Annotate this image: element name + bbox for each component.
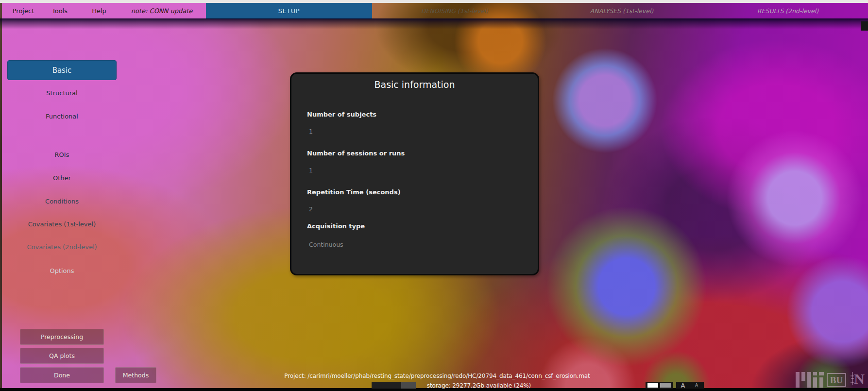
basic-information-panel: Basic information Number of subjects 1 N… [290, 72, 539, 275]
scrollbar-thumb[interactable] [861, 21, 868, 31]
font-decrease-button[interactable]: A [690, 383, 703, 388]
field-value-acquisition-type[interactable]: Continuous [309, 241, 343, 248]
northeastern-logo-letter: N [854, 371, 865, 387]
sidebar-item-other[interactable]: Other [7, 172, 117, 184]
menubar-shadow [0, 18, 868, 29]
menu-project[interactable]: Project [10, 3, 37, 19]
white-color-swatch[interactable] [647, 383, 658, 388]
background-color-picker[interactable] [646, 382, 673, 389]
tab-analyses[interactable]: ANALYSES (1st-level) [590, 3, 654, 19]
update-note[interactable]: note: CONN update [130, 3, 193, 19]
field-label-acquisition-type: Acquisition type [307, 222, 365, 230]
storage-usage-bar [372, 382, 416, 389]
sidebar-item-covariates-1st[interactable]: Covariates (1st-level) [7, 219, 117, 230]
sidebar-item-covariates-2nd[interactable]: Covariates (2nd-level) [7, 241, 117, 253]
field-label-repetition-time: Repetition Time (seconds) [307, 188, 401, 196]
bu-logo: BU [827, 373, 846, 387]
tab-denoising[interactable]: DENOISING (1st-level) [421, 3, 488, 19]
gray-color-swatch[interactable] [660, 383, 671, 388]
methods-button[interactable]: Methods [115, 367, 156, 383]
menu-help[interactable]: Help [88, 3, 110, 19]
sidebar-item-conditions[interactable]: Conditions [7, 196, 117, 207]
conn-toolbox-window: { "menu": { "items": [ { "label": "Proje… [0, 0, 868, 391]
project-path-text: Project: /carimri/moeller/phab/resting_s… [284, 373, 590, 379]
tab-setup[interactable]: SETUP [206, 3, 372, 19]
tab-results[interactable]: RESULTS (2nd-level) [757, 3, 818, 19]
window-left-edge [0, 3, 2, 391]
mit-logo [796, 372, 824, 388]
panel-title: Basic information [291, 79, 538, 90]
field-value-number-of-sessions[interactable]: 1 [309, 167, 313, 174]
sidebar-item-rois[interactable]: ROIs [7, 149, 117, 161]
field-value-number-of-subjects[interactable]: 1 [309, 128, 313, 135]
field-label-number-of-subjects: Number of subjects [307, 111, 376, 118]
sidebar-item-basic[interactable]: Basic [7, 60, 117, 80]
menu-tools[interactable]: Tools [48, 3, 72, 19]
sidebar-item-options[interactable]: Options [7, 265, 117, 277]
storage-text: storage: 29277.2Gb available (24%) [427, 382, 531, 389]
done-button[interactable]: Done [20, 367, 104, 383]
northeastern-seal-icon [851, 372, 854, 385]
field-value-repetition-time[interactable]: 2 [309, 205, 313, 213]
sidebar-item-functional[interactable]: Functional [7, 111, 117, 122]
font-increase-button[interactable]: A [676, 382, 690, 389]
sidebar-item-basic-label: Basic [52, 66, 72, 75]
font-size-control[interactable]: A A [676, 382, 704, 389]
qa-plots-button[interactable]: QA plots [20, 348, 104, 364]
northeastern-logo: N [850, 370, 868, 388]
field-label-number-of-sessions: Number of sessions or runs [307, 150, 405, 157]
sidebar-item-structural[interactable]: Structural [7, 87, 117, 99]
storage-usage-fill [372, 382, 401, 389]
preprocessing-button[interactable]: Preprocessing [20, 329, 104, 345]
